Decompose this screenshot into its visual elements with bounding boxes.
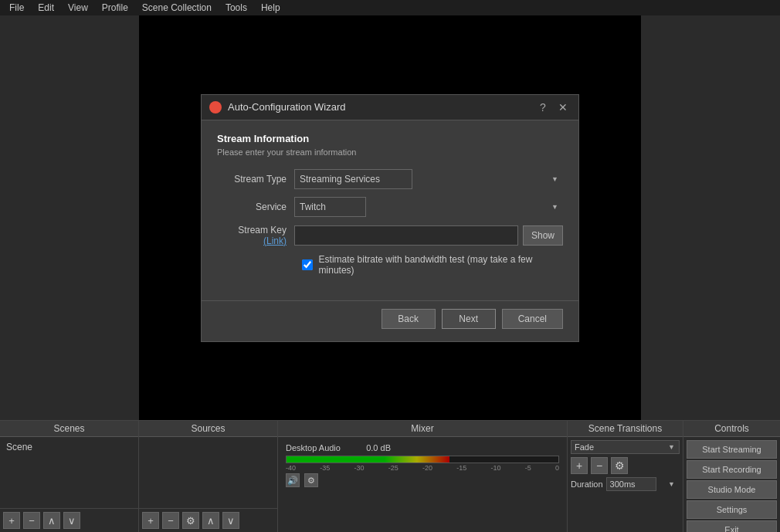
- transition-settings-button[interactable]: ⚙: [611, 457, 628, 474]
- duration-label: Duration: [571, 479, 603, 489]
- scenes-footer: + − ∧ ∨: [0, 508, 138, 532]
- mixer-panel: Mixer Desktop Audio 0.0 dB -40-35-30-25-…: [278, 420, 568, 532]
- transition-controls-row: + − ⚙: [571, 457, 680, 474]
- menu-help[interactable]: Help: [255, 1, 287, 15]
- mixer-channel-label: Desktop Audio: [286, 443, 355, 452]
- mixer-level-bar: [286, 456, 559, 463]
- move-source-up-button[interactable]: ∧: [202, 512, 219, 529]
- service-select-wrapper: TwitchYouTubeFacebook LiveMixer: [294, 197, 563, 217]
- sources-header: Sources: [139, 421, 277, 437]
- sources-panel: Sources + − ⚙ ∧ ∨: [139, 420, 278, 532]
- start-streaming-button[interactable]: Start Streaming: [687, 440, 777, 459]
- menu-view[interactable]: View: [62, 1, 94, 15]
- mixer-bar-container: -40-35-30-25-20-15-10-50: [281, 456, 564, 472]
- menubar: File Edit View Profile Scene Collection …: [0, 0, 780, 15]
- controls-header: Controls: [683, 421, 780, 437]
- stream-type-row: Stream Type Streaming ServicesCustom Str…: [217, 169, 563, 189]
- transition-type-select[interactable]: Fade: [571, 440, 680, 454]
- bandwidth-test-label: Estimate bitrate with bandwidth test (ma…: [319, 254, 563, 276]
- mixer-level-fill: [287, 456, 449, 463]
- transitions-header: Scene Transitions: [568, 421, 683, 437]
- service-select[interactable]: TwitchYouTubeFacebook LiveMixer: [294, 197, 366, 217]
- back-button[interactable]: Back: [382, 309, 436, 329]
- scene-item[interactable]: Scene: [3, 440, 135, 454]
- sources-footer: + − ⚙ ∧ ∨: [139, 508, 277, 532]
- stream-key-control: Show: [294, 225, 563, 246]
- mixer-content: Desktop Audio 0.0 dB -40-35-30-25-20-15-…: [278, 437, 567, 532]
- dialog-close-button[interactable]: ✕: [555, 100, 571, 115]
- mixer-channel-db: 0.0 dB: [360, 443, 391, 452]
- section-title: Stream Information: [217, 133, 563, 144]
- bandwidth-test-checkbox[interactable]: [302, 259, 313, 270]
- duration-row: Duration 300ms: [571, 477, 680, 491]
- dialog-body: Stream Information Please enter your str…: [202, 120, 578, 300]
- menu-file[interactable]: File: [3, 1, 30, 15]
- remove-transition-button[interactable]: −: [591, 457, 608, 474]
- dialog-title: Auto-Configuration Wizard: [228, 101, 529, 113]
- stream-key-label: Stream Key (Link): [217, 225, 294, 246]
- stream-type-label: Stream Type: [217, 174, 294, 185]
- controls-content: Start Streaming Start Recording Studio M…: [683, 437, 780, 532]
- stream-type-select[interactable]: Streaming ServicesCustom Streaming Serve…: [294, 169, 412, 189]
- move-scene-down-button[interactable]: ∨: [63, 512, 80, 529]
- stream-key-link[interactable]: (Link): [263, 236, 287, 246]
- section-subtitle: Please enter your stream information: [217, 147, 563, 157]
- scenes-header: Scenes: [0, 421, 138, 437]
- mixer-header: Mixer: [278, 421, 567, 437]
- start-recording-button[interactable]: Start Recording: [687, 460, 777, 479]
- menu-tools[interactable]: Tools: [219, 1, 253, 15]
- controls-panel: Controls Start Streaming Start Recording…: [683, 420, 780, 532]
- add-source-button[interactable]: +: [142, 512, 159, 529]
- obs-icon: [209, 101, 222, 114]
- mixer-channel-row: Desktop Audio 0.0 dB: [281, 440, 564, 456]
- stream-type-control: Streaming ServicesCustom Streaming Serve…: [294, 169, 563, 189]
- show-key-button[interactable]: Show: [523, 225, 563, 246]
- mixer-controls-row: 🔊 ⚙: [281, 472, 564, 489]
- cancel-button[interactable]: Cancel: [502, 309, 563, 329]
- duration-wrapper: 300ms: [606, 477, 680, 491]
- dialog-titlebar-buttons: ? ✕: [535, 100, 571, 115]
- stream-key-input[interactable]: [294, 225, 518, 246]
- service-control: TwitchYouTubeFacebook LiveMixer: [294, 197, 563, 217]
- service-label: Service: [217, 202, 294, 212]
- dialog-titlebar: Auto-Configuration Wizard ? ✕: [202, 95, 578, 120]
- stream-type-select-wrapper: Streaming ServicesCustom Streaming Serve…: [294, 169, 563, 189]
- menu-profile[interactable]: Profile: [96, 1, 134, 15]
- add-transition-button[interactable]: +: [571, 457, 588, 474]
- settings-button[interactable]: Settings: [687, 500, 777, 519]
- move-source-down-button[interactable]: ∨: [222, 512, 239, 529]
- scenes-panel: Scenes Scene + − ∧ ∨: [0, 420, 139, 532]
- transition-type-wrapper: Fade: [571, 440, 680, 454]
- auto-config-dialog: Auto-Configuration Wizard ? ✕ Stream Inf…: [201, 94, 579, 342]
- mixer-settings-button[interactable]: ⚙: [304, 473, 318, 487]
- add-scene-button[interactable]: +: [3, 512, 20, 529]
- bottom-panels: Scenes Scene + − ∧ ∨ Sources + − ⚙ ∧ ∨: [0, 420, 780, 532]
- duration-select[interactable]: 300ms: [606, 477, 656, 491]
- mixer-scale: -40-35-30-25-20-15-10-50: [286, 464, 559, 472]
- remove-source-button[interactable]: −: [162, 512, 179, 529]
- transitions-panel: Scene Transitions Fade + − ⚙ Duration 30…: [568, 420, 683, 532]
- scenes-content: Scene: [0, 437, 138, 508]
- sources-content: [139, 437, 277, 508]
- menu-edit[interactable]: Edit: [32, 1, 60, 15]
- transitions-content: Fade + − ⚙ Duration 300ms: [568, 437, 683, 532]
- menu-scene-collection[interactable]: Scene Collection: [136, 1, 218, 15]
- studio-mode-button[interactable]: Studio Mode: [687, 480, 777, 499]
- move-scene-up-button[interactable]: ∧: [43, 512, 60, 529]
- next-button[interactable]: Next: [442, 309, 496, 329]
- dialog-help-button[interactable]: ?: [535, 100, 551, 115]
- stream-key-row: Stream Key (Link) Show: [217, 225, 563, 246]
- remove-scene-button[interactable]: −: [23, 512, 40, 529]
- mixer-mute-button[interactable]: 🔊: [286, 473, 300, 487]
- checkbox-row: Estimate bitrate with bandwidth test (ma…: [302, 254, 563, 276]
- exit-button[interactable]: Exit: [687, 520, 777, 532]
- service-row: Service TwitchYouTubeFacebook LiveMixer: [217, 197, 563, 217]
- source-settings-button[interactable]: ⚙: [182, 512, 199, 529]
- dialog-footer: Back Next Cancel: [202, 300, 578, 341]
